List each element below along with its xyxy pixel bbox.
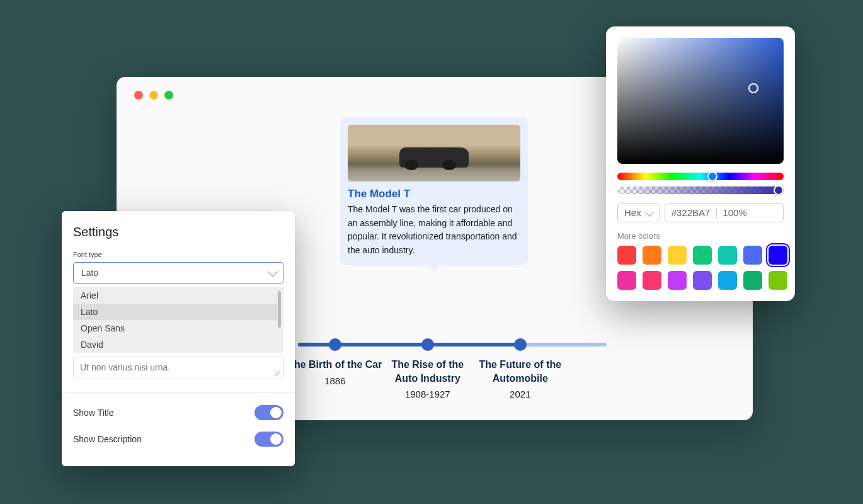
timeline-node[interactable] bbox=[421, 338, 434, 351]
color-swatch[interactable] bbox=[693, 271, 712, 290]
font-option[interactable]: Lato bbox=[73, 304, 277, 320]
color-swatch[interactable] bbox=[617, 271, 636, 290]
color-swatch[interactable] bbox=[693, 246, 712, 265]
hue-slider[interactable] bbox=[617, 173, 784, 180]
color-value-row: Hex #322BA7 | 100% bbox=[617, 203, 784, 222]
color-format-select[interactable]: Hex bbox=[617, 203, 660, 222]
color-swatch[interactable] bbox=[743, 271, 762, 290]
color-swatch[interactable] bbox=[718, 246, 737, 265]
hex-separator: | bbox=[715, 207, 717, 218]
chevron-down-icon bbox=[645, 208, 654, 217]
timeline-label-year: 1886 bbox=[288, 375, 382, 386]
timeline-node[interactable] bbox=[329, 338, 341, 351]
card-arrow-icon bbox=[426, 264, 442, 272]
font-type-select[interactable]: Lato bbox=[73, 262, 283, 284]
divider bbox=[62, 392, 295, 392]
show-title-label: Show Title bbox=[73, 408, 114, 418]
hex-input[interactable]: #322BA7 | 100% bbox=[665, 203, 784, 222]
gradient-cursor-icon[interactable] bbox=[748, 83, 758, 93]
color-swatch[interactable] bbox=[668, 246, 687, 265]
close-window-button[interactable] bbox=[134, 91, 143, 100]
alpha-value: 100% bbox=[723, 207, 746, 218]
timeline-label-year: 1908-1927 bbox=[380, 389, 475, 399]
font-option[interactable]: Ariel bbox=[73, 287, 277, 304]
more-colors-label: More colors bbox=[617, 231, 784, 241]
hex-value: #322BA7 bbox=[672, 207, 711, 218]
hue-thumb[interactable] bbox=[707, 171, 717, 181]
show-description-label: Show Description bbox=[73, 434, 142, 444]
show-title-toggle[interactable] bbox=[254, 405, 283, 420]
font-option[interactable]: David bbox=[73, 336, 277, 353]
chevron-down-icon bbox=[268, 266, 278, 277]
maximize-window-button[interactable] bbox=[164, 91, 173, 100]
color-swatch[interactable] bbox=[718, 271, 737, 290]
font-option[interactable]: Open Sans bbox=[73, 320, 277, 336]
timeline-node[interactable] bbox=[514, 338, 527, 351]
card-description: The Model T was the first car produced o… bbox=[348, 203, 520, 258]
font-type-label: Font type bbox=[73, 251, 283, 258]
description-textarea[interactable]: Ut non varius nisi urna. bbox=[73, 357, 283, 379]
color-picker-panel: Hex #322BA7 | 100% More colors bbox=[606, 26, 795, 301]
alpha-slider[interactable] bbox=[617, 186, 784, 194]
card-title: The Model T bbox=[348, 188, 520, 200]
timeline-label: The Future of the Automobile2021 bbox=[473, 358, 568, 399]
timeline-label: The Rise of the Auto Industry1908-1927 bbox=[380, 358, 475, 399]
settings-title: Settings bbox=[73, 225, 283, 239]
font-type-dropdown: ArielLatoOpen SansDavid bbox=[73, 287, 283, 353]
window-controls bbox=[134, 91, 173, 100]
alpha-thumb[interactable] bbox=[774, 185, 784, 195]
color-gradient-field[interactable] bbox=[617, 38, 784, 164]
textarea-value: Ut non varius nisi urna. bbox=[80, 362, 170, 372]
timeline-label-title: The Future of the Automobile bbox=[473, 358, 568, 385]
color-swatch[interactable] bbox=[668, 271, 687, 290]
minimize-window-button[interactable] bbox=[149, 91, 158, 100]
color-swatch[interactable] bbox=[769, 271, 787, 290]
show-description-toggle[interactable] bbox=[254, 432, 283, 447]
color-swatch[interactable] bbox=[769, 246, 787, 265]
settings-panel: Settings Font type Lato ArielLatoOpen Sa… bbox=[62, 211, 295, 466]
timeline-card[interactable]: The Model T The Model T was the first ca… bbox=[340, 117, 528, 265]
color-swatch[interactable] bbox=[643, 271, 661, 290]
timeline-label-title: The Birth of the Car bbox=[288, 358, 382, 372]
timeline: The Birth of the Car1886The Rise of the … bbox=[298, 343, 607, 346]
timeline-label: The Birth of the Car1886 bbox=[288, 358, 382, 386]
color-swatch[interactable] bbox=[743, 246, 762, 265]
dropdown-scrollbar[interactable] bbox=[278, 291, 281, 328]
timeline-track[interactable] bbox=[298, 343, 607, 346]
color-swatch[interactable] bbox=[617, 246, 636, 265]
card-image bbox=[348, 125, 520, 181]
color-swatches bbox=[617, 246, 784, 290]
color-swatch[interactable] bbox=[643, 246, 661, 265]
show-title-row: Show Title bbox=[73, 405, 283, 420]
timeline-label-title: The Rise of the Auto Industry bbox=[380, 358, 475, 385]
font-type-value: Lato bbox=[81, 268, 98, 278]
timeline-label-year: 2021 bbox=[473, 389, 568, 399]
color-format-value: Hex bbox=[624, 207, 641, 218]
show-description-row: Show Description bbox=[73, 432, 283, 447]
